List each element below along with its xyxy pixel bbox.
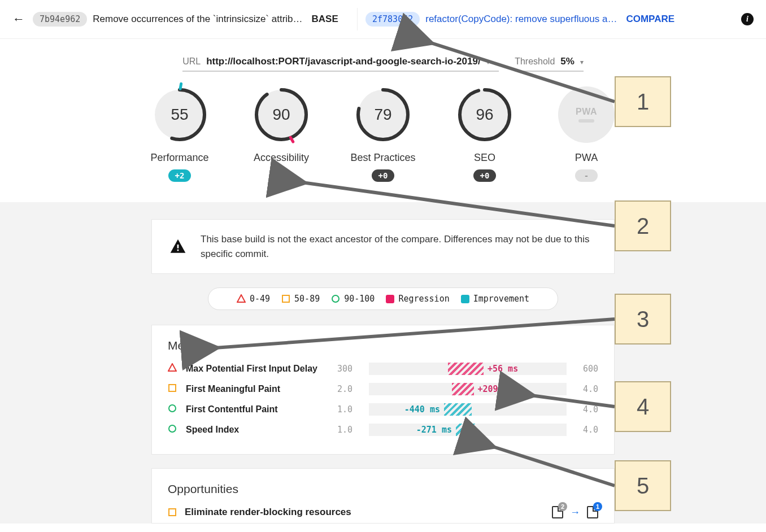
metric-low: 1.0: [337, 425, 364, 435]
metric-bar: -440 ms: [369, 403, 567, 416]
metric-bar: +56 ms: [369, 363, 567, 375]
metric-high: 4.0: [571, 425, 598, 435]
metric-delta: +56 ms: [488, 364, 518, 374]
summary-section: URL http://localhost:PORT/javascript-and…: [0, 39, 766, 202]
metric-row[interactable]: First Contentful Paint 1.0 -440 ms 4.0: [168, 403, 598, 416]
threshold-label: Threshold: [515, 56, 555, 67]
delta-badge: -: [575, 169, 598, 182]
base-commit[interactable]: 7b94e962 Remove occurrences of the `intr…: [33, 12, 349, 27]
gauge-label: PWA: [575, 152, 598, 164]
swatch-icon: [386, 295, 394, 303]
gauge-performance[interactable]: 55 Performance +2: [146, 86, 213, 182]
metric-row[interactable]: First Meaningful Paint 2.0 +209 ms 4.0: [168, 383, 598, 395]
gauge-label: SEO: [474, 152, 495, 164]
metric-name: Speed Index: [186, 425, 333, 435]
back-button[interactable]: ←: [12, 12, 25, 27]
pwa-icon: PWA: [558, 86, 615, 143]
square-icon: [168, 508, 177, 517]
gauge-accessibility[interactable]: 90 Accessibility -8: [248, 86, 315, 182]
compare-hash: 2f783052: [365, 12, 420, 27]
gauge-seo[interactable]: 96 SEO +0: [451, 86, 518, 182]
delta-badge: +2: [168, 169, 192, 182]
opportunity-name: Eliminate render-blocking resources: [185, 507, 544, 518]
delta-badge: +0: [473, 169, 497, 182]
count-badge: 2: [558, 502, 567, 511]
score-value: 96: [456, 86, 513, 143]
gauge-label: Performance: [150, 152, 208, 164]
metric-high: 600: [571, 364, 598, 374]
divider: [357, 8, 358, 30]
triangle-icon: [237, 294, 246, 303]
legend-improvement: Improvement: [461, 294, 529, 304]
metrics-title: Metrics: [168, 339, 598, 352]
circle-icon: [331, 294, 340, 303]
square-icon: [281, 294, 290, 303]
delta-badge: -8: [270, 169, 293, 182]
page-before-icon[interactable]: 2: [552, 506, 563, 518]
url-selector[interactable]: URL http://localhost:PORT/javascript-and…: [182, 56, 499, 72]
metric-name: First Meaningful Paint: [186, 384, 333, 394]
gauge-best-practices[interactable]: 79 Best Practices +0: [350, 86, 416, 182]
compare-label: COMPARE: [623, 14, 674, 25]
score-value: 55: [151, 86, 208, 143]
base-message: Remove occurrences of the `intrinsicsize…: [93, 14, 302, 25]
warning-text: This base build is not the exact ancesto…: [201, 232, 597, 261]
svg-rect-15: [169, 509, 176, 516]
metric-high: 4.0: [571, 384, 598, 394]
legend-90-100: 90-100: [331, 294, 375, 304]
legend-0-49: 0-49: [237, 294, 270, 304]
metric-delta: -271 ms: [416, 425, 452, 435]
metric-low: 2.0: [337, 384, 364, 394]
compare-message: refactor(CopyCode): remove superfluous a…: [425, 14, 617, 25]
metrics-panel: Metrics Max Potential First Input Delay …: [151, 325, 615, 455]
swatch-icon: [461, 295, 469, 303]
svg-rect-10: [282, 295, 289, 302]
warning-panel: This base build is not the exact ancesto…: [151, 219, 615, 274]
score-value: 90: [253, 86, 310, 143]
shape-icon: [168, 424, 181, 435]
comparison-header: ← 7b94e962 Remove occurrences of the `in…: [0, 0, 766, 39]
svg-rect-12: [169, 385, 176, 391]
opportunities-title: Opportunities: [168, 482, 598, 496]
metric-name: Max Potential First Input Delay: [186, 364, 333, 374]
gauge-label: Accessibility: [254, 152, 309, 164]
delta-badge: +0: [372, 169, 395, 182]
shape-icon: [168, 363, 181, 374]
url-label: URL: [182, 56, 201, 67]
score-value: 79: [355, 86, 411, 143]
chevron-down-icon: ▾: [580, 58, 584, 66]
metric-high: 4.0: [571, 404, 598, 415]
svg-rect-8: [177, 245, 179, 248]
info-icon[interactable]: i: [741, 13, 754, 25]
metric-delta: +209 ms: [478, 384, 513, 394]
opportunity-row[interactable]: Eliminate render-blocking resources 2 → …: [168, 506, 598, 518]
threshold-selector[interactable]: Threshold 5% ▾: [515, 56, 584, 72]
arrow-right-icon: →: [570, 507, 580, 518]
chevron-down-icon: ▾: [486, 58, 490, 66]
legend-50-89: 50-89: [281, 294, 320, 304]
metric-name: First Contentful Paint: [186, 404, 333, 415]
svg-point-14: [169, 425, 176, 432]
metric-delta: -440 ms: [404, 404, 440, 415]
metric-row[interactable]: Max Potential First Input Delay 300 +56 …: [168, 363, 598, 375]
svg-rect-9: [177, 249, 179, 251]
shape-icon: [168, 383, 181, 395]
metric-low: 300: [337, 364, 364, 374]
svg-point-13: [169, 405, 176, 412]
svg-point-11: [332, 295, 339, 302]
count-badge: 1: [593, 502, 602, 511]
metric-row[interactable]: Speed Index 1.0 -271 ms 4.0: [168, 424, 598, 436]
metric-bar: -271 ms: [369, 424, 567, 436]
base-label: BASE: [308, 14, 338, 25]
page-after-icon[interactable]: 1: [587, 506, 598, 518]
opportunities-panel: Opportunities Eliminate render-blocking …: [151, 468, 615, 524]
compare-commit[interactable]: 2f783052 refactor(CopyCode): remove supe…: [365, 12, 733, 27]
legend-regression: Regression: [386, 294, 449, 304]
legend: 0-49 50-89 90-100 Regression Improvement: [208, 287, 558, 310]
threshold-value: 5%: [560, 56, 574, 67]
gauge-pwa[interactable]: PWA PWA -: [553, 86, 620, 182]
gauge-label: Best Practices: [350, 152, 415, 164]
url-value: http://localhost:PORT/javascript-and-goo…: [206, 56, 481, 67]
base-hash: 7b94e962: [33, 12, 87, 27]
metric-bar: +209 ms: [369, 383, 567, 395]
